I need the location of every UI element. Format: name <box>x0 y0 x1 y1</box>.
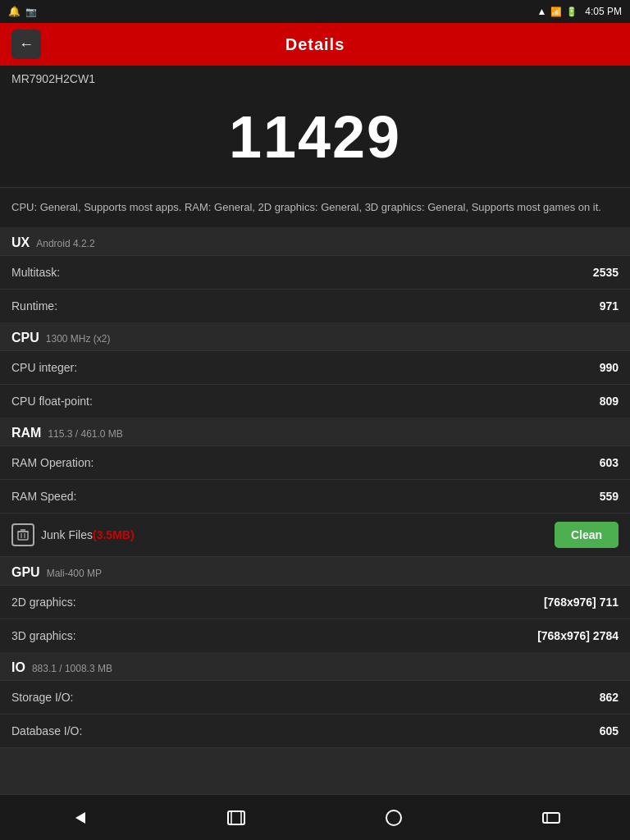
ram-speed-value: 559 <box>600 490 619 503</box>
content-area: MR7902H2CW1 11429 CPU: General, Supports… <box>0 66 630 794</box>
table-row: 2D graphics: [768x976] 711 <box>0 585 630 619</box>
description-box: CPU: General, Supports most apps. RAM: G… <box>0 187 630 227</box>
cpu-float-label: CPU float-point: <box>11 395 93 408</box>
gpu-label: GPU <box>11 565 40 580</box>
ux-label: UX <box>11 235 30 250</box>
status-bar: 🔔 📷 ▲ 📶 🔋 4:05 PM <box>0 0 630 23</box>
ux-sublabel: Android 4.2.2 <box>36 238 94 249</box>
time-display: 4:05 PM <box>585 6 622 17</box>
runtime-value: 971 <box>600 299 619 313</box>
score-section: 11429 <box>0 89 630 187</box>
junk-label: Junk Files(3.5MB) <box>41 528 135 541</box>
io-label: IO <box>11 660 25 675</box>
storage-io-label: Storage I/O: <box>11 691 73 704</box>
multitask-label: Multitask: <box>11 266 60 279</box>
svg-rect-9 <box>543 813 559 823</box>
ux-section-header: UX Android 4.2.2 <box>0 227 630 255</box>
table-row: RAM Speed: 559 <box>0 479 630 513</box>
cpu-integer-value: 990 <box>600 361 619 374</box>
nav-recent-button[interactable] <box>369 801 418 834</box>
screenshot-icon: 📷 <box>25 7 37 17</box>
table-row: Database I/O: 605 <box>0 714 630 748</box>
3d-graphics-value: [768x976] 2784 <box>537 629 619 642</box>
multitask-value: 2535 <box>593 266 619 279</box>
ram-operation-label: RAM Operation: <box>11 456 94 469</box>
runtime-label: Runtime: <box>11 299 57 313</box>
database-io-value: 605 <box>600 724 619 737</box>
ram-sublabel: 115.3 / 461.0 MB <box>48 428 122 440</box>
status-icons-left: 🔔 📷 <box>8 6 37 17</box>
wifi-icon: ▲ <box>536 6 546 17</box>
table-row: Runtime: 971 <box>0 289 630 322</box>
device-id: MR7902H2CW1 <box>0 66 630 89</box>
cpu-sublabel: 1300 MHz (x2) <box>46 333 111 345</box>
io-section-header: IO 883.1 / 1008.3 MB <box>0 652 630 680</box>
table-row: Storage I/O: 862 <box>0 680 630 714</box>
cpu-float-value: 809 <box>600 395 619 408</box>
page-title: Details <box>285 35 345 54</box>
gpu-section-header: GPU Mali-400 MP <box>0 557 630 585</box>
back-icon: ← <box>19 36 34 53</box>
ram-speed-label: RAM Speed: <box>11 490 76 503</box>
gpu-sublabel: Mali-400 MP <box>47 568 102 579</box>
table-row: RAM Operation: 603 <box>0 445 630 479</box>
storage-io-value: 862 <box>600 691 619 704</box>
svg-rect-6 <box>228 811 244 824</box>
junk-size: (3.5MB) <box>93 528 135 541</box>
cpu-label: CPU <box>11 331 39 345</box>
junk-files-row: Junk Files(3.5MB) Clean <box>0 513 630 557</box>
io-sublabel: 883.1 / 1008.3 MB <box>32 663 112 674</box>
svg-rect-0 <box>18 532 28 540</box>
table-row: CPU integer: 990 <box>0 350 630 384</box>
cpu-integer-label: CPU integer: <box>11 361 77 374</box>
battery-icon: 🔋 <box>566 7 578 17</box>
table-row: Multitask: 2535 <box>0 255 630 289</box>
ram-section-header: RAM 115.3 / 461.0 MB <box>0 418 630 445</box>
notification-icon: 🔔 <box>8 6 21 17</box>
ram-operation-value: 603 <box>600 456 619 469</box>
table-row: CPU float-point: 809 <box>0 384 630 418</box>
svg-marker-5 <box>75 812 85 824</box>
nav-menu-button[interactable] <box>527 801 576 834</box>
benchmark-score: 11429 <box>229 103 401 171</box>
back-button[interactable]: ← <box>11 30 41 59</box>
svg-rect-7 <box>231 811 241 824</box>
status-icons-right: ▲ 📶 🔋 4:05 PM <box>536 6 622 17</box>
3d-graphics-label: 3D graphics: <box>11 629 76 642</box>
junk-info: Junk Files(3.5MB) <box>11 523 135 546</box>
2d-graphics-label: 2D graphics: <box>11 596 76 609</box>
nav-back-button[interactable] <box>54 801 103 834</box>
signal-icon: 📶 <box>550 7 562 17</box>
bottom-nav <box>0 794 630 840</box>
header: ← Details <box>0 23 630 66</box>
table-row: 3D graphics: [768x976] 2784 <box>0 619 630 652</box>
svg-point-8 <box>386 810 401 825</box>
clean-button[interactable]: Clean <box>555 522 619 548</box>
junk-icon <box>11 523 34 546</box>
nav-home-button[interactable] <box>212 801 261 834</box>
cpu-section-header: CPU 1300 MHz (x2) <box>0 322 630 350</box>
database-io-label: Database I/O: <box>11 724 82 737</box>
2d-graphics-value: [768x976] 711 <box>544 596 619 609</box>
ram-label: RAM <box>11 426 41 441</box>
